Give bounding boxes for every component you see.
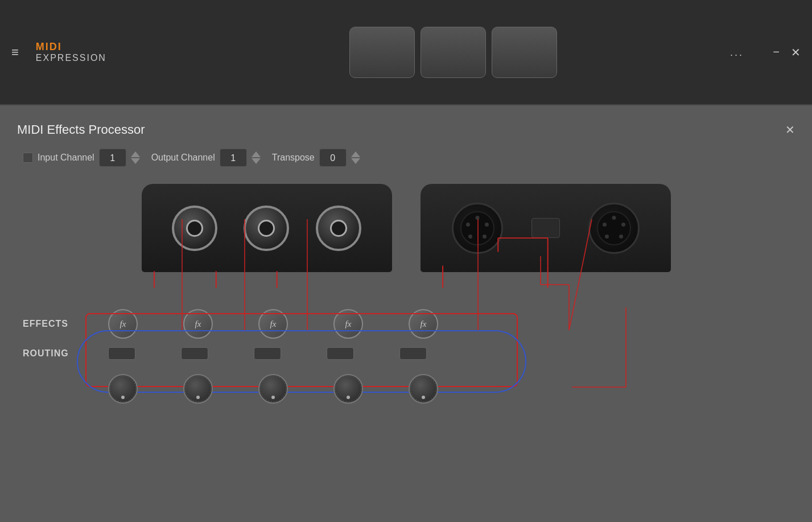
main-panel: MIDI Effects Processor ✕ Input Channel 1… bbox=[6, 111, 806, 516]
output-channel-group: Output Channel 1 bbox=[151, 149, 261, 167]
transpose-up[interactable] bbox=[351, 151, 360, 157]
top-toolbar: ≡ MIDI EXPRESSION ... − ✕ bbox=[0, 0, 812, 105]
route-btn-2[interactable] bbox=[181, 347, 208, 360]
jack-1 bbox=[172, 205, 217, 251]
connections-svg bbox=[17, 184, 795, 298]
effects-routing-area: EFFECTS fx fx fx fx fx ROUTING bbox=[17, 309, 795, 404]
output-channel-up[interactable] bbox=[252, 151, 261, 157]
preset-button-3[interactable] bbox=[492, 27, 557, 78]
midi-port-2 bbox=[588, 203, 640, 254]
panel-close-button[interactable]: ✕ bbox=[785, 123, 795, 137]
jack-3-inner bbox=[330, 220, 347, 237]
preset-buttons-group bbox=[349, 27, 557, 78]
right-device bbox=[421, 184, 671, 272]
knob-2[interactable] bbox=[183, 374, 213, 404]
knob-3-dot bbox=[271, 396, 275, 399]
fx-button-4[interactable]: fx bbox=[333, 309, 363, 339]
preset-button-1[interactable] bbox=[349, 27, 415, 78]
routing-buttons-row: ROUTING bbox=[23, 347, 795, 360]
left-device bbox=[142, 184, 392, 272]
input-channel-down[interactable] bbox=[131, 158, 140, 164]
knob-1-dot bbox=[121, 396, 125, 399]
panel-title: MIDI Effects Processor bbox=[17, 122, 785, 137]
fx-buttons-row: fx fx fx fx fx bbox=[108, 309, 438, 339]
fx-button-5[interactable]: fx bbox=[409, 309, 438, 339]
preset-button-2[interactable] bbox=[421, 27, 486, 78]
input-channel-value[interactable]: 1 bbox=[99, 149, 126, 167]
jack-2-inner bbox=[258, 220, 275, 237]
routing-section-wrapper: ROUTING bbox=[23, 347, 795, 404]
fx-button-1[interactable]: fx bbox=[108, 309, 138, 339]
route-btn-5[interactable] bbox=[399, 347, 427, 360]
jack-1-inner bbox=[186, 220, 203, 237]
input-channel-checkbox[interactable] bbox=[23, 153, 33, 163]
midi-port-2-inner bbox=[597, 211, 631, 245]
transpose-spinner[interactable] bbox=[351, 151, 360, 164]
transpose-label: Transpose bbox=[272, 153, 315, 163]
output-channel-down[interactable] bbox=[252, 158, 261, 164]
fx-button-2[interactable]: fx bbox=[183, 309, 213, 339]
effects-label: EFFECTS bbox=[23, 319, 80, 329]
controls-row: Input Channel 1 Output Channel 1 Transpo… bbox=[17, 149, 795, 167]
midi-port-1-inner bbox=[460, 211, 494, 245]
route-btn-1[interactable] bbox=[108, 347, 135, 360]
logo-expression: EXPRESSION bbox=[36, 53, 106, 63]
effects-row: EFFECTS fx fx fx fx fx bbox=[23, 309, 795, 339]
routing-label: ROUTING bbox=[23, 348, 80, 359]
close-button[interactable]: ✕ bbox=[791, 46, 801, 59]
route-btns-container bbox=[108, 347, 427, 360]
midi-connector bbox=[531, 218, 560, 238]
devices-area bbox=[17, 184, 795, 298]
window-controls: − ✕ bbox=[773, 46, 801, 59]
jack-3 bbox=[316, 205, 361, 251]
knobs-container bbox=[108, 374, 438, 404]
input-channel-spinner[interactable] bbox=[131, 151, 140, 164]
knobs-row bbox=[23, 368, 795, 404]
logo-area: MIDI EXPRESSION bbox=[36, 42, 106, 63]
menu-icon[interactable]: ≡ bbox=[11, 45, 19, 60]
knob-5[interactable] bbox=[409, 374, 438, 404]
jack-2 bbox=[244, 205, 289, 251]
output-channel-label: Output Channel bbox=[151, 153, 215, 163]
knob-4-dot bbox=[347, 396, 350, 399]
input-channel-group: Input Channel 1 bbox=[23, 149, 140, 167]
logo-midi: MIDI bbox=[36, 42, 106, 53]
knob-4[interactable] bbox=[333, 374, 363, 404]
output-channel-value[interactable]: 1 bbox=[220, 149, 247, 167]
dots-menu[interactable]: ... bbox=[730, 46, 744, 58]
knob-2-dot bbox=[196, 396, 200, 399]
midi-port-1 bbox=[452, 203, 503, 254]
route-btn-4[interactable] bbox=[327, 347, 354, 360]
input-channel-label: Input Channel bbox=[38, 153, 94, 163]
input-channel-up[interactable] bbox=[131, 151, 140, 157]
knob-1[interactable] bbox=[108, 374, 138, 404]
knob-3[interactable] bbox=[258, 374, 288, 404]
output-channel-spinner[interactable] bbox=[252, 151, 261, 164]
panel-header: MIDI Effects Processor ✕ bbox=[17, 122, 795, 137]
minimize-button[interactable]: − bbox=[773, 46, 780, 59]
transpose-down[interactable] bbox=[351, 158, 360, 164]
fx-button-3[interactable]: fx bbox=[258, 309, 288, 339]
transpose-value[interactable]: 0 bbox=[319, 149, 347, 167]
knob-5-dot bbox=[422, 396, 425, 399]
transpose-group: Transpose 0 bbox=[272, 149, 360, 167]
route-btn-3[interactable] bbox=[254, 347, 281, 360]
